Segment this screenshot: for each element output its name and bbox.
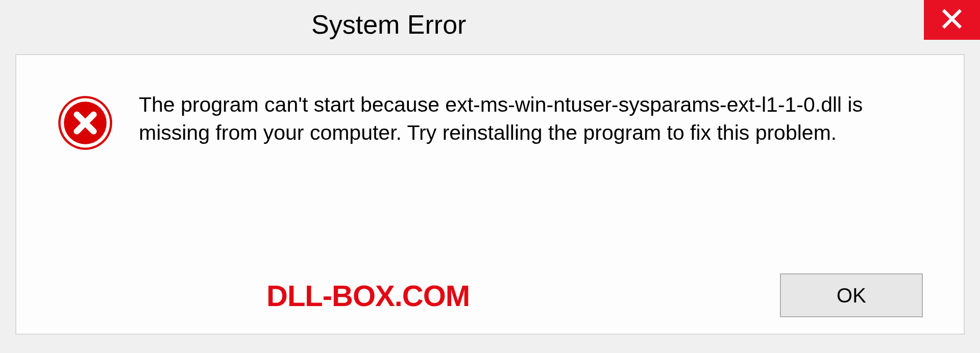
close-button[interactable] (924, 0, 980, 40)
dialog-footer: DLL-BOX.COM OK (16, 273, 964, 317)
window-title: System Error (311, 9, 466, 40)
watermark-text: DLL-BOX.COM (266, 279, 470, 313)
ok-button[interactable]: OK (780, 273, 923, 317)
dialog-content: The program can't start because ext-ms-w… (15, 54, 965, 335)
message-row: The program can't start because ext-ms-w… (57, 91, 923, 151)
titlebar: System Error (0, 0, 980, 49)
error-message: The program can't start because ext-ms-w… (139, 91, 894, 147)
error-icon (57, 95, 113, 151)
close-icon (941, 8, 963, 32)
